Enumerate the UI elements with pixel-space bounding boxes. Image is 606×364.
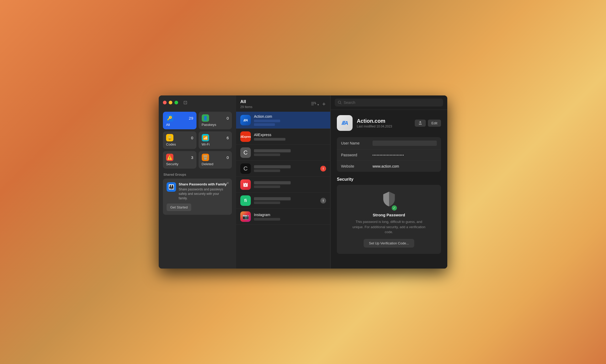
add-button[interactable]: + [322, 100, 326, 108]
all-icon: 🔑 [166, 114, 173, 122]
codes-count: 0 [191, 136, 193, 140]
svg-point-2 [338, 101, 341, 104]
share-icon [418, 121, 422, 125]
security-label: Security [166, 162, 193, 166]
list-item[interactable]: C ! [236, 161, 330, 177]
codes-label: Codes [166, 142, 193, 146]
list-item[interactable]: fi ! [236, 193, 330, 209]
item-name [254, 181, 291, 184]
sidebar: ⊡ 🔑 29 All 👤 0 Passkeys [159, 95, 236, 269]
item-subtitle [254, 153, 280, 156]
sidebar-item-wifi[interactable]: 📶 6 Wi-Fi [199, 131, 232, 149]
share-card-desc: Share passwords and passkeys safely and … [179, 187, 228, 200]
passkeys-label: Passkeys [202, 123, 229, 127]
list-item[interactable]: ///A Action.com [236, 112, 330, 129]
deleted-icon: 🗑️ [202, 154, 209, 161]
app-icon-fiverr: fi [240, 195, 251, 206]
codes-icon: 🔒 [166, 134, 173, 141]
item-subtitle [254, 218, 280, 221]
field-row-website: Website www.action.com [337, 161, 441, 172]
check-badge: ✓ [392, 205, 397, 211]
sidebar-item-deleted[interactable]: 🗑️ 0 Deleted [199, 151, 232, 169]
field-value-website: www.action.com [373, 164, 437, 168]
shield-icon-wrap: ✓ [382, 191, 396, 210]
list-item-count: 29 Items [240, 105, 252, 109]
security-section: Security ✓ Str [337, 177, 441, 254]
item-subtitle-2 [254, 123, 275, 126]
list-header: All 29 Items ▾ + [236, 95, 330, 112]
share-card-close[interactable]: ✕ [226, 181, 229, 185]
setup-verification-button[interactable]: Set Up Verification Code... [364, 239, 414, 248]
security-count: 3 [191, 155, 193, 160]
field-value-password: •••••••••••••••••••••• [373, 154, 437, 157]
item-subtitle [254, 201, 280, 204]
item-name: AliExpress [254, 133, 326, 137]
deleted-label: Deleted [202, 162, 229, 166]
last-modified: Last modified 10.04.2023 [357, 125, 411, 128]
app-icon-c1: C [240, 147, 251, 158]
security-icon: ⚠️ [166, 154, 173, 161]
item-subtitle [254, 120, 280, 122]
share-action-button[interactable] [415, 120, 426, 127]
share-card-title: Share Passwords with Family [179, 182, 228, 186]
entry-header: ///A Action.com Last modified 10.04.2023… [337, 115, 441, 131]
item-name [254, 197, 291, 200]
all-count: 29 [189, 116, 193, 120]
app-window: ⊡ 🔑 29 All 👤 0 Passkeys [159, 95, 447, 269]
close-button[interactable] [163, 101, 167, 104]
entry-app-icon: ///A [337, 115, 353, 131]
security-card: ✓ Strong Password This password is long,… [337, 185, 441, 254]
search-input-wrap[interactable] [335, 99, 443, 106]
wifi-count: 6 [227, 136, 229, 140]
field-value-username [373, 141, 437, 146]
share-family-icon: 👨‍👩‍👧 [167, 182, 176, 192]
sidebar-toggle[interactable]: ⊡ [183, 100, 187, 105]
deleted-count: 0 [227, 155, 229, 160]
passkeys-icon: 👤 [202, 114, 209, 122]
traffic-lights [163, 101, 178, 104]
field-label-username: User Name [341, 141, 373, 145]
search-input[interactable] [344, 100, 440, 105]
warning-badge-red: ! [320, 166, 326, 172]
security-section-title: Security [337, 177, 441, 182]
item-subtitle [254, 169, 280, 172]
share-card: 👨‍👩‍👧 Share Passwords with Family Share … [163, 179, 232, 215]
shared-groups-title: Shared Groups [163, 173, 232, 176]
main-content: ⊡ 🔑 29 All 👤 0 Passkeys [159, 95, 447, 269]
sidebar-item-passkeys[interactable]: 👤 0 Passkeys [199, 112, 232, 129]
sidebar-item-codes[interactable]: 🔒 0 Codes [163, 131, 196, 149]
get-started-button[interactable]: Get Started [167, 204, 191, 211]
app-icon-craft: C [240, 163, 251, 174]
item-name [254, 165, 291, 168]
minimize-button[interactable] [169, 101, 172, 104]
category-grid: 🔑 29 All 👤 0 Passkeys 🔒 [163, 112, 232, 169]
search-bar [331, 95, 447, 110]
app-icon-aliexpress: AliExpress [240, 131, 251, 142]
item-name: Action.com [254, 114, 326, 119]
field-row-password: Password •••••••••••••••••••••• [337, 149, 441, 161]
sort-button[interactable]: ▾ [310, 101, 320, 108]
sidebar-item-all[interactable]: 🔑 29 All [163, 112, 196, 129]
list-item[interactable]: AliExpress AliExpress [236, 129, 330, 145]
field-label-password: Password [341, 153, 373, 157]
passkeys-count: 0 [227, 116, 229, 120]
list-item[interactable]: C [236, 145, 330, 161]
fields-section: User Name Password •••••••••••••••••••••… [337, 137, 441, 172]
warning-badge-gray: ! [320, 198, 326, 204]
maximize-button[interactable] [174, 101, 178, 104]
wifi-label: Wi-Fi [202, 142, 229, 146]
item-subtitle [254, 138, 285, 141]
list-item[interactable]: 📷 Instagram [236, 209, 330, 225]
app-icon-action: ///A [240, 115, 251, 125]
list-title: All [240, 99, 252, 104]
list-item[interactable]: F [236, 177, 330, 193]
item-name [254, 149, 291, 152]
sidebar-item-security[interactable]: ⚠️ 3 Security [163, 151, 196, 169]
detail-content: ///A Action.com Last modified 10.04.2023… [331, 110, 447, 269]
list-items: ///A Action.com AliExpress AliExpress [236, 112, 330, 269]
app-icon-instagram: 📷 [240, 211, 251, 222]
svg-text:F: F [245, 184, 246, 186]
field-row-username: User Name [337, 137, 441, 149]
search-icon [338, 101, 342, 104]
edit-button[interactable]: Edit [428, 120, 441, 127]
